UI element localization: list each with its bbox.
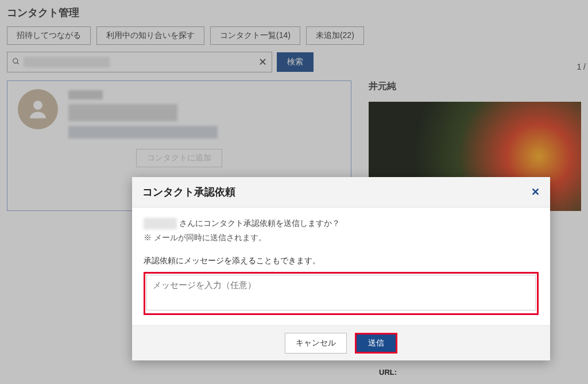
message-input[interactable] xyxy=(146,275,536,310)
recipient-name-redacted xyxy=(144,218,177,229)
modal-confirm-text: さんにコンタクト承認依頼を送信しますか？ xyxy=(144,218,539,229)
send-button[interactable]: 送信 xyxy=(357,335,396,352)
confirm-suffix: さんにコンタクト承認依頼を送信しますか？ xyxy=(179,218,340,229)
message-highlight xyxy=(144,272,539,315)
send-highlight: 送信 xyxy=(355,333,397,354)
modal-contact-request: コンタクト承認依頼 ✕ さんにコンタクト承認依頼を送信しますか？ ※ メールが同… xyxy=(132,177,550,360)
message-label: 承認依頼にメッセージを添えることもできます。 xyxy=(144,256,539,266)
modal-title: コンタクト承認依頼 xyxy=(142,185,235,199)
url-label: URL: xyxy=(379,368,397,377)
close-icon[interactable]: ✕ xyxy=(531,186,540,198)
cancel-button[interactable]: キャンセル xyxy=(285,333,347,354)
modal-note: ※ メールが同時に送信されます。 xyxy=(144,233,539,243)
